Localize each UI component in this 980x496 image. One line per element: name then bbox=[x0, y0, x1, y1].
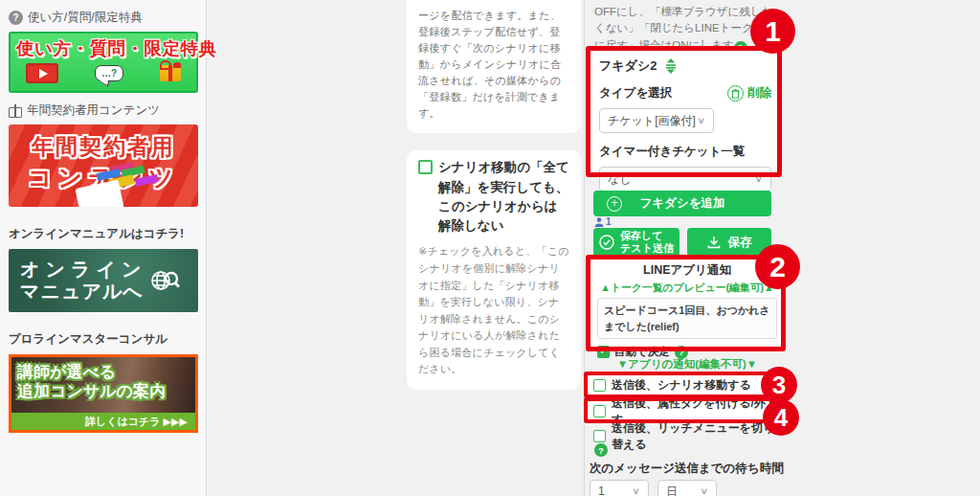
video-icon bbox=[26, 63, 58, 83]
download-icon bbox=[707, 236, 721, 249]
delete-fukidashi-button[interactable]: 削除 bbox=[727, 85, 771, 101]
message-settings-panel: OFFにし、「標準ブラウザに残したくない」「閉じたらLINEトーク画面に戻す」場… bbox=[589, 0, 791, 496]
line-app-notify-title: LINEアプリ通知 bbox=[597, 262, 777, 279]
rich-menu-label: 送信後、リッチメニューを切り替える bbox=[612, 420, 786, 453]
line-app-notify-card: LINEアプリ通知 ▲トーク一覧のプレビュー(編集可)▲ スピードコース1回目、… bbox=[589, 255, 786, 351]
add-fukidashi-label: フキダシを追加 bbox=[640, 195, 725, 212]
add-fukidashi-button[interactable]: フキダシを追加 bbox=[593, 191, 771, 216]
save-label: 保存 bbox=[728, 235, 752, 251]
fukidashi-2-card: フキダシ2 タイプを選択 削除 チケット[画像付] ∨ タイマー付きチケット一覧… bbox=[589, 46, 782, 177]
timer-ticket-label: タイマー付きチケット一覧 bbox=[599, 144, 771, 160]
annual-content-banner[interactable]: 年間契約者用 コンテンツ bbox=[9, 124, 198, 207]
wait-value: 1 bbox=[598, 485, 605, 496]
talk-preview-input[interactable]: スピードコース1回目、おつかれさまでした(relief) bbox=[597, 298, 777, 339]
save-test-line1: 保存して bbox=[620, 230, 663, 241]
person-icon bbox=[594, 217, 604, 227]
online-manual-banner[interactable]: オンライン マニュアルへ bbox=[9, 249, 198, 312]
middle-column: ージを配信できます。また、登録後ステップ配信せず、登録後すぐ「次のシナリオに移動… bbox=[407, 0, 581, 390]
sidebar-section-annual-label: 年間契約者用コンテンツ bbox=[27, 102, 160, 119]
scenario-move-checkbox[interactable] bbox=[593, 379, 606, 392]
app-notice-header: ▼アプリの通知(編集不可)▼ bbox=[589, 357, 786, 372]
plus-circle-icon bbox=[607, 196, 622, 212]
annual-banner-line1: 年間契約者用 bbox=[9, 132, 198, 162]
talk-preview-header: ▲トーク一覧のプレビュー(編集可)▲ bbox=[597, 282, 777, 295]
master-consult-label: プロラインマスターコンサル bbox=[9, 331, 197, 348]
chevron-down-icon: ∨ bbox=[697, 115, 705, 125]
left-sidebar: 使い方/質問/限定特典 使い方・質問・限定特典 …? 年間契約者用コンテンツ 年… bbox=[0, 0, 207, 496]
online-manual-line2: マニュアルへ bbox=[20, 281, 146, 303]
friend-count: 1 bbox=[594, 216, 612, 227]
keep-scenario-checkbox[interactable] bbox=[418, 160, 433, 174]
online-manual-line1: オンライン bbox=[20, 259, 146, 281]
timer-ticket-select[interactable]: なし ∨ bbox=[599, 167, 771, 192]
consult-banner-line1: 講師が選べる bbox=[11, 363, 195, 382]
globe-search-icon bbox=[148, 266, 181, 295]
consult-banner[interactable]: 講師が選べる 追加コンサルの案内 詳しくはコチラ ▶▶▶ bbox=[9, 354, 198, 433]
keep-scenario-label: シナリオ移動の「全て解除」を実行しても、このシナリオからは解除しない bbox=[438, 158, 569, 236]
type-select[interactable]: チケット[画像付] ∨ bbox=[599, 108, 714, 133]
wait-value-select[interactable]: 1 ∨ bbox=[590, 480, 649, 496]
annual-banner-line2: コンテンツ bbox=[9, 162, 198, 193]
sidebar-section-annual: 年間契約者用コンテンツ bbox=[9, 102, 197, 119]
type-select-label: タイプを選択 bbox=[599, 85, 672, 101]
question-bubble-icon: …? bbox=[95, 65, 123, 81]
scenario-move-row: 送信後、シナリオ移動する bbox=[589, 374, 776, 396]
chevron-down-icon: ∨ bbox=[632, 485, 640, 496]
wait-unit: 日 bbox=[666, 484, 678, 496]
column-divider bbox=[584, 0, 585, 496]
rich-menu-row: 送信後、リッチメニューを切り替える bbox=[589, 425, 786, 447]
scenario-description-card: ージを配信できます。また、登録後ステップ配信せず、登録後すぐ「次のシナリオに移動… bbox=[407, 0, 581, 133]
wait-time-label: 次のメッセージ送信までの待ち時間 bbox=[590, 461, 784, 477]
save-test-button[interactable]: 保存してテスト送信 bbox=[593, 228, 679, 257]
rich-menu-checkbox[interactable] bbox=[593, 430, 606, 442]
chevron-down-icon: ∨ bbox=[700, 485, 708, 496]
check-circle-icon bbox=[599, 235, 614, 250]
fukidashi-2-title: フキダシ2 bbox=[599, 57, 657, 75]
gift-outline-icon bbox=[9, 104, 22, 118]
timer-ticket-value: なし bbox=[608, 171, 632, 188]
consult-banner-line2: 追加コンサルの案内 bbox=[11, 382, 195, 401]
usage-benefits-banner-text: 使い方・質問・限定特典 bbox=[16, 36, 190, 60]
trash-icon bbox=[727, 85, 744, 101]
rich-menu-help-icon[interactable] bbox=[594, 443, 608, 457]
wait-unit-select[interactable]: 日 ∨ bbox=[657, 480, 717, 496]
save-button[interactable]: 保存 bbox=[687, 228, 771, 257]
gift-icon bbox=[160, 65, 181, 81]
keep-scenario-card: シナリオ移動の「全て解除」を実行しても、このシナリオからは解除しない ※チェック… bbox=[407, 150, 581, 390]
sidebar-section-usage-label: 使い方/質問/限定特典 bbox=[28, 10, 143, 26]
save-test-line2: テスト送信 bbox=[620, 242, 674, 254]
scenario-description-text: ージを配信できます。また、登録後ステップ配信せず、登録後すぐ「次のシナリオに移動… bbox=[418, 8, 569, 122]
friend-count-value: 1 bbox=[606, 216, 612, 227]
attribute-tag-checkbox[interactable] bbox=[593, 405, 606, 417]
online-manual-label: オンラインマニュアルはコチラ! bbox=[9, 226, 197, 242]
usage-benefits-banner[interactable]: 使い方・質問・限定特典 …? bbox=[9, 32, 198, 93]
keep-scenario-note: ※チェックを入れると、「このシナリオを個別に解除シナリオに指定」した「シナリオ移… bbox=[418, 243, 569, 378]
sidebar-section-usage: 使い方/質問/限定特典 bbox=[9, 10, 197, 26]
consult-banner-cta: 詳しくはコチラ ▶▶▶ bbox=[11, 413, 195, 430]
type-select-value: チケット[画像付] bbox=[608, 113, 696, 129]
delete-label: 削除 bbox=[747, 85, 771, 101]
drag-sort-icon[interactable] bbox=[663, 58, 679, 74]
question-circle-icon bbox=[9, 11, 23, 25]
scenario-move-label: 送信後、シナリオ移動する bbox=[612, 377, 751, 394]
chevron-down-icon: ∨ bbox=[754, 173, 763, 184]
